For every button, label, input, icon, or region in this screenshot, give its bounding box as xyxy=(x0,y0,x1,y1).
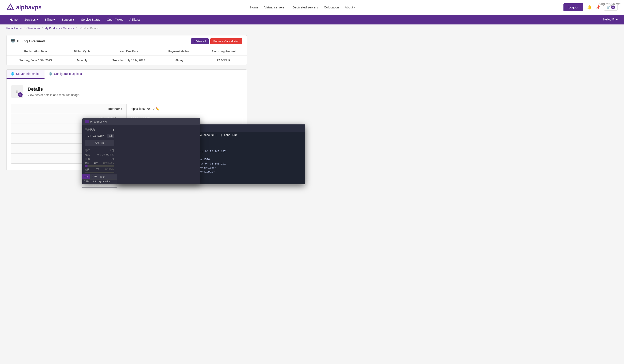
sys-info-button[interactable]: 系统信息 xyxy=(85,140,114,146)
billing-title: 🖥️ Billing Overview xyxy=(11,39,45,43)
sync-status-row: 同步状态 xyxy=(82,127,117,133)
nav-home[interactable]: Home xyxy=(250,5,259,9)
sec-nav-open-ticket[interactable]: Open Ticket xyxy=(104,15,126,25)
mem-progress-row: 内存 10% 189M/1.9G xyxy=(82,161,117,167)
details-header: ⠿ ⚙ Details View server details and reso… xyxy=(11,85,242,98)
server-dots-icon: ⠿ xyxy=(16,89,19,94)
notification-bell-icon[interactable]: 🔔 xyxy=(587,5,592,10)
sec-nav-affiliates[interactable]: Affiliates xyxy=(126,15,144,25)
billing-icon: 🖥️ xyxy=(11,39,15,43)
hostname-value: alpha-f1e6870212 ✏️ xyxy=(127,104,242,114)
chevron-down-icon: ▾ xyxy=(73,18,74,21)
ip-row: IP 94.72.143.187 复制 xyxy=(82,133,117,139)
sec-nav-services[interactable]: Services ▾ xyxy=(21,15,41,25)
tab-cpu[interactable]: CPU xyxy=(90,174,99,177)
billing-actions: + View all Request Cancellation xyxy=(191,38,242,44)
col-recurring-amount: Recurring Amount xyxy=(201,47,247,56)
server-tabs: 🌐 Server Information ⚙️ Configurable Opt… xyxy=(6,69,247,79)
breadcrumb-current: Product Details xyxy=(80,26,98,30)
finalshell-info: 运行 4 分 负载 0.14, 0.25, 0.12 CPU 2% 内存 10%… xyxy=(82,147,117,174)
details-text: Details View server details and resource… xyxy=(28,86,80,97)
tab-server-information[interactable]: 🌐 Server Information xyxy=(6,70,45,79)
finalshell-body: 同步状态 IP 94.72.143.187 复制 系统信息 运行 4 分 负载 … xyxy=(82,125,200,177)
breadcrumb: Portal Home / Client Area / My Products … xyxy=(0,25,624,32)
sec-nav-hello[interactable]: Hello, 晴! ▾ xyxy=(603,18,618,22)
sec-nav-billing[interactable]: Billing ▾ xyxy=(41,15,58,25)
nav-about[interactable]: About ▾ xyxy=(345,5,355,9)
swap-progress-row: 交换 0% 0/1024M xyxy=(82,167,117,174)
chevron-down-icon: ▾ xyxy=(36,18,38,21)
col-billing-cycle: Billing Cycle xyxy=(65,47,100,56)
logout-button[interactable]: Logout xyxy=(563,3,583,11)
tab-configurable-options[interactable]: ⚙️ Configurable Options xyxy=(45,70,86,79)
finalshell-title: FinalShell 4.0 xyxy=(90,120,107,123)
details-subtitle: View server details and resource usage. xyxy=(28,93,80,97)
finalshell-icon xyxy=(85,120,89,123)
chevron-down-icon: ▾ xyxy=(354,6,355,9)
details-icon: ⠿ ⚙ xyxy=(11,85,24,98)
server-info-icon: 🌐 xyxy=(11,72,14,76)
details-title: Details xyxy=(28,86,80,92)
config-icon: ⚙️ xyxy=(49,72,52,76)
col-payment-method: Payment Method xyxy=(158,47,201,56)
breadcrumb-products[interactable]: My Products & Services xyxy=(45,26,74,30)
finalshell-titlebar: FinalShell 4.0 xyxy=(82,118,200,125)
billing-table: Registration Date Billing Cycle Next Due… xyxy=(6,47,247,65)
sec-nav-left: Home Services ▾ Billing ▾ Support ▾ Serv… xyxy=(6,15,144,25)
gear-icon: ⚙ xyxy=(18,92,23,97)
recurring-amount-value: €4.00EUR xyxy=(201,56,247,65)
billing-overview: 🖥️ Billing Overview + View all Request C… xyxy=(6,35,247,65)
finalshell-popup: FinalShell 4.0 同步状态 IP 94.72.143.187 复制 … xyxy=(82,118,200,177)
cart-icon: 🛒 xyxy=(607,6,610,9)
edit-hostname-icon[interactable]: ✏️ xyxy=(156,107,159,110)
logo-text: alphavps xyxy=(16,4,42,11)
col-next-due-date: Next Due Date xyxy=(100,47,158,56)
cpu-row: CPU 2% xyxy=(82,157,117,161)
billing-cycle-value: Monthly xyxy=(65,56,100,65)
nav-dedicated[interactable]: Dedicated servers xyxy=(293,5,318,9)
svg-point-1 xyxy=(9,8,11,10)
nav-virtual-servers[interactable]: Virtual servers ▾ xyxy=(264,5,287,9)
running-row: 运行 4 分 xyxy=(82,148,117,153)
chevron-down-icon: ▾ xyxy=(616,18,618,21)
finalshell-sidebar: 同步状态 IP 94.72.143.187 复制 系统信息 运行 4 分 负载 … xyxy=(82,125,117,177)
table-row: Sunday, June 18th, 2023 Monthly Tuesday,… xyxy=(6,56,247,65)
nav-colocation[interactable]: Colocation xyxy=(324,5,339,9)
sec-nav-support[interactable]: Support ▾ xyxy=(58,15,78,25)
sec-nav-service-status[interactable]: Service Status xyxy=(78,15,103,25)
secondary-navigation: Home Services ▾ Billing ▾ Support ▾ Serv… xyxy=(0,15,624,25)
chevron-down-icon: ▾ xyxy=(53,18,55,21)
load-row: 负载 0.14, 0.25, 0.12 xyxy=(82,153,117,157)
sync-dot-icon xyxy=(113,129,114,131)
copy-button[interactable]: 复制 xyxy=(107,134,114,138)
logo[interactable]: alphavps xyxy=(6,3,42,11)
chevron-down-icon: ▾ xyxy=(286,6,287,9)
billing-header: 🖥️ Billing Overview + View all Request C… xyxy=(6,35,247,47)
finalshell-table-header: 内存 CPU 命令 xyxy=(82,174,117,177)
view-all-button[interactable]: + View all xyxy=(191,38,209,44)
breadcrumb-portal[interactable]: Portal Home xyxy=(6,26,22,30)
hostname-label: Hostname xyxy=(11,104,127,114)
registration-date-value: Sunday, June 18th, 2023 xyxy=(6,56,65,65)
tab-command[interactable]: 命令 xyxy=(99,174,106,177)
breadcrumb-client[interactable]: Client Area xyxy=(26,26,40,30)
payment-method-value: Alipay xyxy=(158,56,201,65)
top-nav-links: Home Virtual servers ▾ Dedicated servers… xyxy=(250,5,355,9)
next-due-date-value: Tuesday, July 18th, 2023 xyxy=(100,56,158,65)
col-registration-date: Registration Date xyxy=(6,47,65,56)
top-navigation: alphavps Home Virtual servers ▾ Dedicate… xyxy=(0,0,624,15)
cart-badge: 0 xyxy=(611,5,615,9)
tab-memory[interactable]: 内存 xyxy=(82,174,90,177)
watermark: blog.tanglu.me xyxy=(598,2,621,6)
sec-nav-home[interactable]: Home xyxy=(6,15,21,25)
request-cancellation-button[interactable]: Request Cancellation xyxy=(210,38,242,44)
